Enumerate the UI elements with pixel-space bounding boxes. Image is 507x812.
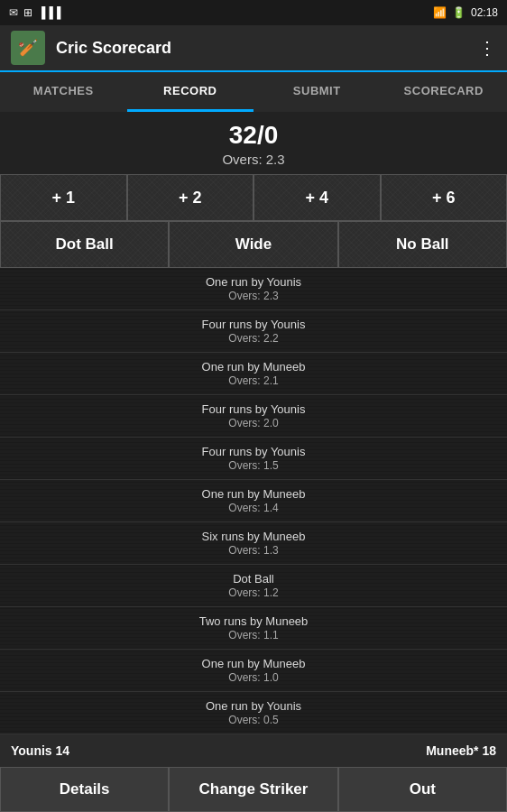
log-description: One run by Muneeb	[4, 360, 503, 374]
score-section: 32/0 Overs: 2.3	[0, 112, 507, 174]
wide-button[interactable]: Wide	[169, 221, 337, 268]
title-bar: 🏏 Cric Scorecard ⋮	[0, 25, 507, 72]
log-overs: Overs: 1.0	[4, 671, 503, 684]
overs-display: Overs: 2.3	[0, 152, 507, 167]
run-2-button[interactable]: + 2	[127, 174, 254, 221]
log-item: Four runs by Younis Overs: 1.5	[0, 438, 507, 480]
bottom-buttons: Details Change Striker Out	[0, 767, 507, 812]
battery-icon: 🔋	[452, 6, 466, 19]
notification-icon: ✉	[9, 6, 18, 19]
log-overs: Overs: 1.1	[4, 629, 503, 641]
log-description: Four runs by Younis	[4, 318, 503, 331]
change-striker-button[interactable]: Change Striker	[169, 767, 337, 812]
run-1-button[interactable]: + 1	[0, 174, 127, 221]
log-item: One run by Muneeb Overs: 1.4	[0, 480, 507, 522]
status-bar: ✉ ⊞ ▐▐▐ 📶 🔋 02:18	[0, 0, 507, 25]
log-item: Dot Ball Overs: 1.2	[0, 565, 507, 607]
log-overs: Overs: 2.0	[4, 417, 503, 429]
log-description: One run by Younis	[4, 699, 503, 713]
run-6-button[interactable]: + 6	[381, 174, 508, 221]
player2-score: Muneeb* 18	[426, 743, 496, 758]
log-overs: Overs: 1.5	[4, 459, 503, 472]
tab-matches[interactable]: MATCHES	[0, 72, 127, 112]
run-4-button[interactable]: + 4	[254, 174, 381, 221]
log-item: Six runs by Muneeb Overs: 1.3	[0, 522, 507, 565]
app-icon-status: ⊞	[23, 6, 32, 19]
bottom-score-bar: Younis 14 Muneeb* 18	[0, 734, 507, 767]
log-item: Two runs by Muneeb Overs: 1.1	[0, 607, 507, 650]
action-buttons: Dot Ball Wide No Ball	[0, 221, 507, 268]
log-overs: Overs: 1.4	[4, 502, 503, 514]
overflow-menu-button[interactable]: ⋮	[478, 37, 496, 59]
log-description: One run by Muneeb	[4, 487, 503, 501]
status-right-icons: 📶 🔋 02:18	[433, 6, 498, 19]
tab-record[interactable]: RECORD	[127, 72, 254, 112]
log-description: One run by Muneeb	[4, 657, 503, 670]
log-description: Four runs by Younis	[4, 402, 503, 416]
status-left-icons: ✉ ⊞ ▐▐▐	[9, 6, 61, 19]
log-overs: Overs: 0.5	[4, 714, 503, 726]
player1-score: Younis 14	[11, 743, 69, 758]
log-item: Four runs by Younis Overs: 2.0	[0, 395, 507, 438]
log-description: Four runs by Younis	[4, 445, 503, 458]
log-overs: Overs: 2.1	[4, 374, 503, 387]
log-description: One run by Younis	[4, 275, 503, 289]
log-overs: Overs: 2.3	[4, 290, 503, 302]
log-item: One run by Younis Overs: 0.5	[0, 692, 507, 734]
score-display: 32/0	[0, 121, 507, 150]
time-display: 02:18	[471, 6, 498, 19]
log-item: Four runs by Younis Overs: 2.2	[0, 310, 507, 353]
no-ball-button[interactable]: No Ball	[338, 221, 507, 268]
dot-ball-button[interactable]: Dot Ball	[0, 221, 169, 268]
signal-bars: ▐▐▐	[38, 6, 61, 19]
log-item: One run by Younis Overs: 2.3	[0, 268, 507, 310]
main-content: 32/0 Overs: 2.3 + 1 + 2 + 4 + 6 Dot Ball…	[0, 112, 507, 812]
wifi-icon: 📶	[433, 6, 447, 19]
log-overs: Overs: 1.3	[4, 544, 503, 557]
app-title: Cric Scorecard	[56, 39, 478, 58]
app-icon: 🏏	[11, 31, 45, 65]
log-description: Two runs by Muneeb	[4, 614, 503, 628]
log-description: Dot Ball	[4, 572, 503, 586]
log-overs: Overs: 1.2	[4, 586, 503, 599]
tab-bar: MATCHES RECORD SUBMIT SCORECARD	[0, 72, 507, 112]
activity-log: One run by Younis Overs: 2.3 Four runs b…	[0, 268, 507, 734]
log-item: One run by Muneeb Overs: 1.0	[0, 650, 507, 692]
log-description: Six runs by Muneeb	[4, 530, 503, 543]
details-button[interactable]: Details	[0, 767, 169, 812]
log-overs: Overs: 2.2	[4, 332, 503, 345]
tab-scorecard[interactable]: SCORECARD	[381, 72, 508, 112]
log-item: One run by Muneeb Overs: 2.1	[0, 353, 507, 395]
run-buttons: + 1 + 2 + 4 + 6	[0, 174, 507, 221]
out-button[interactable]: Out	[338, 767, 507, 812]
tab-submit[interactable]: SUBMIT	[254, 72, 381, 112]
